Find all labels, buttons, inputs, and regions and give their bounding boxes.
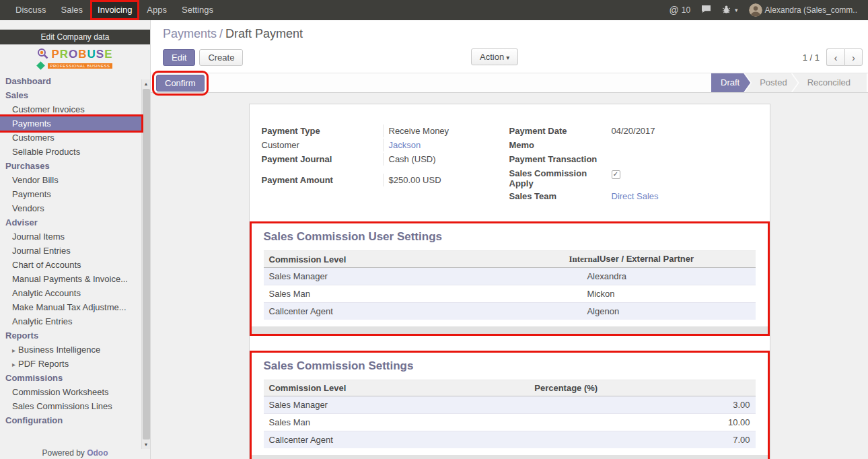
sidebar-item-label: Manual Payments & Invoice... [12, 274, 128, 284]
sidebar-item-label: Sellable Products [12, 147, 80, 157]
sidebar-item-analytic-accounts[interactable]: Analytic Accounts [0, 286, 141, 300]
column-header-percentage[interactable]: Percentage (%) [529, 380, 755, 396]
logo-letter: S [96, 48, 104, 61]
scroll-up-icon[interactable]: ▲ [142, 79, 150, 88]
sidebar-item-journal-entries[interactable]: Journal Entries [0, 244, 141, 258]
control-panel: Payments/Draft Payment Edit Create Actio… [151, 20, 868, 73]
company-logo[interactable]: PROBUSE PROFESSIONAL BUSINESS [0, 44, 150, 70]
create-button[interactable]: Create [199, 49, 243, 66]
sidebar-item-vendor-bills[interactable]: Vendor Bills [0, 173, 141, 187]
user-settings-title: Sales Commission User Settings [264, 230, 756, 244]
sidebar-item-customer-invoices[interactable]: Customer Invoices [0, 102, 141, 116]
sidebar-item-journal-items[interactable]: Journal Items [0, 229, 141, 244]
sidebar-item-sales-commissions-lines[interactable]: Sales Commissions Lines [0, 399, 141, 413]
breadcrumb-payments[interactable]: Payments [163, 27, 217, 40]
field-value: ✓ [606, 167, 758, 180]
sidebar-section-purchases[interactable]: Purchases [0, 159, 150, 173]
status-step-reconciled[interactable]: Reconciled [793, 73, 867, 92]
menu-apps[interactable]: Apps [139, 0, 174, 20]
table-footer-strip [252, 455, 768, 459]
pager: 1 / 1 ‹ › [803, 48, 863, 66]
sidebar-item-chart-of-accounts[interactable]: Chart of Accounts [0, 258, 141, 272]
sidebar-item-sellable-products[interactable]: Sellable Products [0, 145, 141, 159]
control-buttons: Edit Create Action▾ 1 / 1 ‹ › [163, 48, 863, 66]
sidebar-item-make-manual-tax-adjustme[interactable]: Make Manual Tax Adjustme... [0, 300, 141, 314]
pager-prev-button[interactable]: ‹ [826, 48, 844, 66]
activity-mentions-button[interactable]: @ 10 [664, 0, 696, 20]
field-link-direct-sales[interactable]: Direct Sales [612, 191, 659, 201]
breadcrumb: Payments/Draft Payment [163, 27, 863, 40]
sidebar-section-commissions[interactable]: Commissions [0, 371, 150, 385]
field-label: Sales Commission Apply [509, 167, 606, 190]
sidebar-item-payments[interactable]: Payments [0, 116, 141, 131]
menu-discuss[interactable]: Discuss [8, 0, 54, 20]
sidebar-item-business-intelligence[interactable]: ▸Business Intelligence [0, 343, 141, 357]
field-value: Jackson [383, 139, 509, 151]
edit-button[interactable]: Edit [163, 49, 195, 66]
logo-text: PROBUSE [51, 48, 112, 61]
topbar-right: @ 10 ▾ Alexandra (Sales_comm.. [664, 0, 868, 20]
menu-invoicing[interactable]: Invoicing [90, 0, 139, 20]
field-value [606, 153, 758, 164]
status-step-posted[interactable]: Posted [745, 73, 797, 92]
menu-settings[interactable]: Settings [174, 0, 221, 20]
sidebar-item-manual-payments-invoice[interactable]: Manual Payments & Invoice... [0, 272, 141, 286]
sidebar-section-adviser[interactable]: Adviser [0, 215, 150, 229]
table-row[interactable]: Sales ManagerAlexandra [264, 268, 756, 285]
table-row[interactable]: Sales Man10.00 [264, 414, 756, 431]
diamond-icon [36, 61, 45, 70]
confirm-button[interactable]: Confirm [156, 75, 205, 92]
mention-count: 10 [682, 5, 690, 15]
edit-company-data-button[interactable]: Edit Company data [0, 30, 150, 44]
commission-apply-checkbox[interactable]: ✓ [612, 170, 620, 179]
menu-sales[interactable]: Sales [54, 0, 91, 20]
breadcrumb-separator: / [219, 27, 223, 40]
pager-next-button[interactable]: › [844, 48, 863, 66]
table-row[interactable]: Sales Manager3.00 [264, 396, 756, 414]
sidebar-section-reports[interactable]: Reports [0, 328, 150, 343]
scrollbar-thumb[interactable] [143, 89, 150, 439]
user-menu[interactable]: Alexandra (Sales_comm.. [744, 0, 863, 20]
sidebar-section-configuration[interactable]: Configuration [0, 413, 150, 427]
sidebar-scrollbar[interactable]: ▲ ▼ [141, 79, 150, 449]
cell-value: 3.00 [529, 396, 755, 414]
form-fields: Payment TypeReceive MoneyCustomerJackson… [250, 104, 770, 213]
messages-button[interactable] [696, 0, 717, 20]
column-header-commission-level[interactable]: Commission Level [264, 251, 564, 268]
odoo-brand-link[interactable]: Odoo [87, 448, 108, 458]
field-value [606, 139, 758, 150]
form-field-sales-commission-apply: Sales Commission Apply✓ [509, 167, 758, 190]
user-name: Alexandra (Sales_comm.. [765, 5, 857, 15]
form-field-customer: CustomerJackson [262, 139, 509, 153]
sidebar-section-sales[interactable]: Sales [0, 88, 150, 102]
sidebar-item-commission-worksheets[interactable]: Commission Worksheets [0, 385, 141, 399]
status-step-draft[interactable]: Draft [711, 73, 750, 92]
breadcrumb-current: Draft Payment [225, 27, 303, 40]
sidebar-item-vendors[interactable]: Vendors [0, 201, 141, 215]
payment-form-sheet: Payment TypeReceive MoneyCustomerJackson… [249, 104, 770, 459]
sidebar-item-payments[interactable]: Payments [0, 187, 141, 201]
column-header-commission-level[interactable]: Commission Level [264, 380, 530, 396]
sidebar-item-pdf-reports[interactable]: ▸PDF Reports [0, 357, 141, 371]
commission-settings-table: Commission LevelPercentage (%)Sales Mana… [264, 380, 756, 448]
sidebar-item-customers[interactable]: Customers [0, 131, 141, 145]
status-pipeline: DraftPostedReconciled [711, 73, 867, 92]
status-bar: Confirm DraftPostedReconciled [151, 73, 868, 93]
sidebar-item-label: Make Manual Tax Adjustme... [12, 302, 126, 312]
action-dropdown-wrap: Action▾ [471, 48, 518, 65]
field-value: $250.00 USD [383, 174, 509, 186]
main-content: Payments/Draft Payment Edit Create Actio… [151, 20, 868, 459]
form-right-group: Payment Date04/20/2017MemoPayment Transa… [509, 125, 758, 204]
column-header-internal-user-external-partner[interactable]: InternalUser / External Partner [563, 251, 755, 268]
action-dropdown[interactable]: Action▾ [471, 48, 518, 65]
table-row[interactable]: Callcenter AgentAlgenon [264, 303, 756, 320]
table-row[interactable]: Sales ManMickon [264, 285, 756, 303]
debug-menu-button[interactable]: ▾ [717, 0, 744, 20]
bug-icon [722, 5, 731, 15]
form-field-payment-transaction: Payment Transaction [509, 153, 758, 167]
sidebar-section-dashboard[interactable]: Dashboard [0, 74, 150, 88]
table-row[interactable]: Callcenter Agent7.00 [264, 431, 756, 449]
sidebar-item-analytic-entries[interactable]: Analytic Entries [0, 314, 141, 328]
field-link-jackson[interactable]: Jackson [389, 140, 421, 150]
topbar: DiscussSalesInvoicingAppsSettings @ 10 ▾… [0, 0, 868, 20]
